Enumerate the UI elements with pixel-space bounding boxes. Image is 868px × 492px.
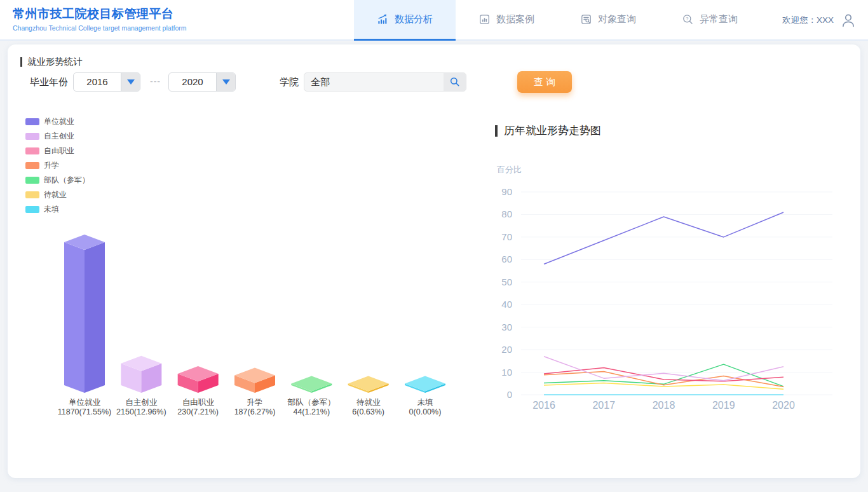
app-title: 常州市技工院校目标管理平台 bbox=[13, 6, 187, 22]
trend-line bbox=[544, 357, 783, 381]
bar-value-label: 2150(12.96%) bbox=[116, 407, 166, 416]
year-from-select[interactable]: 2016 bbox=[73, 72, 140, 92]
bar-category-label: 未填 bbox=[417, 398, 433, 407]
legend-swatch bbox=[25, 162, 39, 169]
search-question-icon: ? bbox=[682, 13, 694, 25]
nav-tab-label: 数据分析 bbox=[395, 13, 433, 25]
bar-category-label: 单位就业 bbox=[69, 398, 101, 407]
bar-value-label: 44(1.21%) bbox=[293, 407, 330, 416]
nav-tab-label: 对象查询 bbox=[598, 13, 636, 25]
employment-bar-chart: 单位就业11870(71.55%)自主创业2150(12.96%)自由职业230… bbox=[19, 217, 451, 427]
legend-item[interactable]: 升学 bbox=[25, 158, 90, 173]
x-tick-label: 2019 bbox=[712, 400, 735, 411]
trend-title-text: 历年就业形势走势图 bbox=[504, 123, 601, 138]
chevron-down-icon bbox=[216, 73, 235, 91]
nav-tab-object-query[interactable]: 对象查询 bbox=[557, 0, 659, 41]
bar-column[interactable] bbox=[405, 376, 445, 393]
legend-swatch bbox=[25, 118, 39, 125]
college-input[interactable] bbox=[304, 73, 444, 91]
app-logo: 常州市技工院校目标管理平台 Changzhou Technical Colleg… bbox=[13, 6, 187, 32]
x-tick-label: 2017 bbox=[592, 400, 615, 411]
nav-tab-exception-query[interactable]: ? 异常查询 bbox=[659, 0, 761, 41]
bar-category-label: 升学 bbox=[247, 398, 262, 407]
y-tick-label: 60 bbox=[501, 254, 512, 264]
y-tick-label: 80 bbox=[501, 208, 512, 219]
college-search-field bbox=[304, 72, 466, 92]
legend-swatch bbox=[25, 177, 39, 184]
chevron-down-icon bbox=[121, 73, 140, 91]
year-to-select[interactable]: 2020 bbox=[168, 72, 236, 92]
graduation-year-label: 毕业年份 bbox=[30, 76, 68, 88]
nav-tab-label: 数据案例 bbox=[496, 13, 534, 25]
college-label: 学院 bbox=[280, 76, 299, 88]
bar-value-label: 230(7.21%) bbox=[177, 407, 219, 416]
page: 常州市技工院校目标管理平台 Changzhou Technical Colleg… bbox=[0, 0, 868, 41]
svg-text:?: ? bbox=[686, 16, 688, 22]
legend-label: 待就业 bbox=[44, 189, 67, 200]
welcome-text: 欢迎您：XXX bbox=[782, 15, 834, 26]
legend-label: 自由职业 bbox=[44, 146, 74, 156]
user-welcome: 欢迎您：XXX bbox=[782, 0, 857, 41]
nav-tab-data-cases[interactable]: 数据案例 bbox=[456, 0, 557, 41]
legend-item[interactable]: 自主创业 bbox=[25, 129, 90, 144]
y-axis-label: 百分比 bbox=[497, 164, 522, 175]
bar-value-label: 11870(71.55%) bbox=[58, 407, 112, 416]
legend-label: 未填 bbox=[44, 204, 59, 215]
app-subtitle: Changzhou Technical College target manag… bbox=[13, 24, 187, 32]
section-title-trend: 历年就业形势走势图 bbox=[495, 123, 601, 138]
query-button[interactable]: 查 询 bbox=[517, 71, 572, 93]
x-tick-label: 2016 bbox=[532, 400, 555, 411]
y-tick-label: 40 bbox=[501, 299, 512, 310]
x-tick-label: 2020 bbox=[772, 400, 795, 411]
year-to-value: 2020 bbox=[169, 73, 216, 91]
range-separator: --- bbox=[150, 76, 161, 86]
y-tick-label: 90 bbox=[501, 186, 512, 197]
filter-bar: 毕业年份 2016 --- 2020 学院 查 询 bbox=[8, 72, 860, 95]
document-search-icon bbox=[580, 13, 592, 25]
bar-category-label: 待就业 bbox=[356, 398, 381, 407]
bar-category-label: 自由职业 bbox=[182, 398, 215, 407]
legend-item[interactable]: 部队（参军） bbox=[25, 173, 90, 188]
title-bar-decoration bbox=[495, 125, 498, 137]
bar-column[interactable] bbox=[64, 235, 105, 393]
legend-item[interactable]: 单位就业 bbox=[25, 114, 90, 129]
bar-column[interactable] bbox=[234, 368, 275, 393]
nav-tab-label: 异常查询 bbox=[700, 13, 738, 25]
bar-chart-arrow-icon bbox=[377, 13, 389, 25]
bar-category-label: 部队（参军） bbox=[287, 398, 336, 407]
document-chart-icon bbox=[478, 13, 491, 25]
legend-label: 部队（参军） bbox=[44, 175, 90, 186]
bar-column[interactable] bbox=[178, 366, 219, 393]
y-tick-label: 70 bbox=[501, 231, 512, 242]
legend-item[interactable]: 未填 bbox=[25, 202, 90, 217]
employment-trend-line-chart: 010203040506070809020162017201820192020 bbox=[492, 178, 848, 432]
bar-column[interactable] bbox=[121, 356, 161, 393]
legend-swatch bbox=[25, 147, 39, 154]
x-tick-label: 2018 bbox=[653, 400, 675, 411]
section-title-text: 就业形势统计 bbox=[27, 56, 83, 68]
bar-column[interactable] bbox=[291, 376, 332, 393]
legend-swatch bbox=[25, 206, 39, 213]
title-bar-decoration bbox=[20, 57, 22, 67]
year-from-value: 2016 bbox=[74, 73, 121, 91]
search-icon[interactable] bbox=[444, 73, 466, 91]
legend-label: 单位就业 bbox=[44, 116, 74, 127]
app-header: 常州市技工院校目标管理平台 Changzhou Technical Colleg… bbox=[0, 0, 868, 41]
y-tick-label: 20 bbox=[501, 344, 512, 355]
bar-value-label: 0(0.00%) bbox=[409, 407, 442, 416]
y-tick-label: 10 bbox=[501, 367, 512, 378]
trend-line bbox=[544, 212, 783, 264]
content-card: 就业形势统计 毕业年份 2016 --- 2020 学院 bbox=[8, 44, 860, 478]
legend-swatch bbox=[25, 191, 39, 198]
bar-category-label: 自主创业 bbox=[125, 398, 158, 407]
bar-value-label: 6(0.63%) bbox=[352, 407, 384, 416]
legend-item[interactable]: 待就业 bbox=[25, 188, 90, 202]
user-icon[interactable] bbox=[840, 12, 857, 29]
bar-chart-legend: 单位就业自主创业自由职业升学部队（参军）待就业未填 bbox=[25, 114, 90, 217]
nav-tab-data-analysis[interactable]: 数据分析 bbox=[354, 0, 456, 41]
y-tick-label: 50 bbox=[501, 277, 512, 287]
legend-label: 自主创业 bbox=[44, 131, 74, 142]
legend-item[interactable]: 自由职业 bbox=[25, 144, 90, 158]
bar-column[interactable] bbox=[348, 376, 389, 393]
legend-swatch bbox=[25, 133, 39, 140]
